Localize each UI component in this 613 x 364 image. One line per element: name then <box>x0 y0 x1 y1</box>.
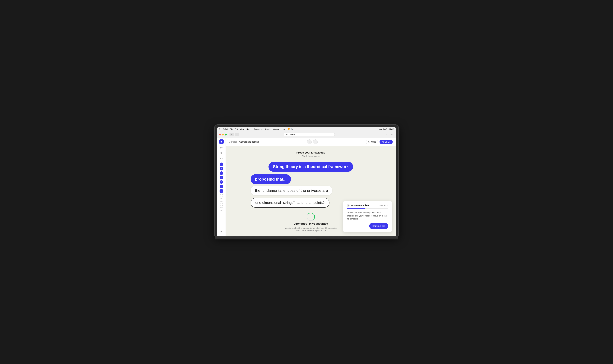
svg-point-4 <box>383 141 384 142</box>
menu-history[interactable]: History <box>246 128 251 130</box>
macos-menubar:  Safari File Edit View History Bookmark… <box>217 127 396 131</box>
address-bar-wrap: ✦ sana.ai <box>241 133 378 136</box>
step-9-dot[interactable] <box>220 198 223 202</box>
score-section: Very good! 94% accuracy Mentioning that … <box>284 213 338 232</box>
browser-tab-button[interactable]: ⌄ <box>235 133 239 136</box>
breadcrumb-current: Compliance training <box>239 141 259 143</box>
module-percent: 45% done <box>379 204 388 207</box>
sentence-line-3: one-dimensional "strings" rather than po… <box>251 198 329 208</box>
left-sidebar: Aa ✓ ✓ ✓ ✓ ✓ ✓ ▶ <box>217 138 226 236</box>
step-2-dot[interactable]: ✓ <box>220 167 223 170</box>
menu-bookmarks[interactable]: Bookmarks <box>254 128 262 130</box>
fullscreen-window-button[interactable] <box>225 134 227 135</box>
minimize-window-button[interactable] <box>222 134 224 135</box>
browser-chrome: ⊞ ⌄ ✦ sana.ai ↓ ↑ + <box>217 131 396 138</box>
wifi-icon: 📶 <box>288 128 290 130</box>
sentence-bubble-1: String theory is a theoretical framework <box>269 162 353 172</box>
search-menu-icon: 🔍 <box>291 128 293 130</box>
close-window-button[interactable] <box>219 134 221 135</box>
menu-view[interactable]: View <box>240 128 244 130</box>
score-title: Very good! 94% accuracy <box>294 222 328 225</box>
step-4-dot[interactable]: ✓ <box>220 176 223 179</box>
sidebar-search-icon[interactable] <box>219 151 224 156</box>
sidebar-bottom <box>219 229 224 234</box>
svg-point-5 <box>382 142 382 142</box>
apple-icon:  <box>219 128 220 130</box>
svg-point-2 <box>220 152 222 154</box>
menu-bar-items: Safari File Edit View History Bookmarks … <box>223 128 285 130</box>
header-actions: Chat Share <box>366 140 393 144</box>
continue-button[interactable]: Continue › <box>369 223 388 229</box>
step-7-dot[interactable]: ▶ <box>219 189 223 193</box>
svg-line-8 <box>382 142 383 143</box>
menu-safari[interactable]: Safari <box>223 128 228 130</box>
menu-develop[interactable]: Develop <box>265 128 271 130</box>
traffic-lights <box>219 134 227 135</box>
site-favicon: ✦ <box>286 133 288 136</box>
step-1-dot[interactable]: ✓ <box>220 163 223 166</box>
step-5-dot[interactable]: ✓ <box>220 180 223 184</box>
accuracy-spinner <box>307 213 315 221</box>
menu-file[interactable]: File <box>230 128 233 130</box>
right-content: General / Compliance training ‹ › <box>226 138 396 236</box>
chat-bubble-icon <box>368 141 370 143</box>
section-title: Prove your knowledge <box>296 151 325 154</box>
address-text: sana.ai <box>289 133 295 136</box>
menu-edit[interactable]: Edit <box>235 128 238 130</box>
system-time: Mon Jun 5 9:41 AM <box>379 128 394 130</box>
section-header: Prove your knowledge Finish the sentence <box>296 151 325 157</box>
step-3-dot[interactable]: ✓ <box>220 171 223 175</box>
laptop-trackpad <box>297 237 316 239</box>
browser-toolbar: ⊞ ⌄ ✦ sana.ai ↓ ↑ + <box>217 131 396 138</box>
chat-button[interactable]: Chat <box>366 140 378 144</box>
new-tab-button[interactable]: + <box>390 133 394 136</box>
module-card: ● Module completed 45% done Great work! … <box>343 201 392 232</box>
nav-forward-button[interactable]: › <box>313 139 318 144</box>
app-container: Aa ✓ ✓ ✓ ✓ ✓ ✓ ▶ <box>217 138 396 236</box>
sidebar-text-icon[interactable]: Aa <box>219 156 224 161</box>
main-area: Prove your knowledge Finish the sentence… <box>226 146 396 236</box>
back-icon[interactable] <box>219 229 224 234</box>
screen-bezel:  Safari File Edit View History Bookmark… <box>215 125 398 236</box>
chat-label: Chat <box>371 141 376 143</box>
breadcrumb: General / Compliance training <box>229 141 259 143</box>
laptop-frame:  Safari File Edit View History Bookmark… <box>215 125 398 239</box>
step-11-dot[interactable] <box>220 207 223 211</box>
share-button[interactable]: Share <box>380 140 393 144</box>
app-logo[interactable] <box>219 139 224 144</box>
module-progress-bar <box>347 208 388 209</box>
progress-steps: ✓ ✓ ✓ ✓ ✓ ✓ ▶ <box>219 161 223 212</box>
menu-window[interactable]: Window <box>273 128 279 130</box>
svg-point-1 <box>221 147 222 148</box>
header-center: ‹ › <box>259 139 366 144</box>
sidebar-home-icon[interactable] <box>219 145 224 151</box>
module-description: Great work! Your learnings have been che… <box>347 211 388 221</box>
step-6-dot[interactable]: ✓ <box>220 185 223 188</box>
breadcrumb-separator: / <box>238 141 238 143</box>
section-subtitle: Finish the sentence <box>296 155 325 157</box>
continue-arrow-icon: › <box>382 225 385 227</box>
laptop-screen:  Safari File Edit View History Bookmark… <box>217 127 396 236</box>
app-header: General / Compliance training ‹ › <box>226 138 396 146</box>
step-8-dot[interactable] <box>220 194 223 197</box>
sentence-bubble-3: the fundamental entities of the universe… <box>251 186 332 195</box>
step-10-dot[interactable] <box>220 203 223 206</box>
address-bar[interactable]: ✦ sana.ai <box>284 133 335 136</box>
sentence-container: String theory is a theoretical framework… <box>251 162 371 208</box>
browser-controls: ⊞ ⌄ <box>230 133 239 136</box>
menu-help[interactable]: Help <box>282 128 285 130</box>
share-icon <box>382 141 384 143</box>
breadcrumb-parent: General <box>229 141 237 143</box>
svg-point-6 <box>383 142 384 143</box>
score-subtitle: Mentioning that the strings vibrate at d… <box>284 227 338 232</box>
module-card-title: ● Module completed <box>347 204 370 207</box>
module-card-header: ● Module completed 45% done <box>347 204 388 207</box>
sentence-bubble-4[interactable]: one-dimensional "strings" rather than po… <box>251 198 329 208</box>
laptop-base <box>215 236 398 239</box>
sidebar-toggle-button[interactable]: ⊞ <box>230 133 234 136</box>
download-button[interactable]: ↓ <box>380 133 384 136</box>
share-page-button[interactable]: ↑ <box>385 133 389 136</box>
sentence-bubble-2: proposing that... <box>251 174 291 184</box>
module-check-icon: ● <box>347 204 350 207</box>
nav-back-button[interactable]: ‹ <box>307 139 312 144</box>
